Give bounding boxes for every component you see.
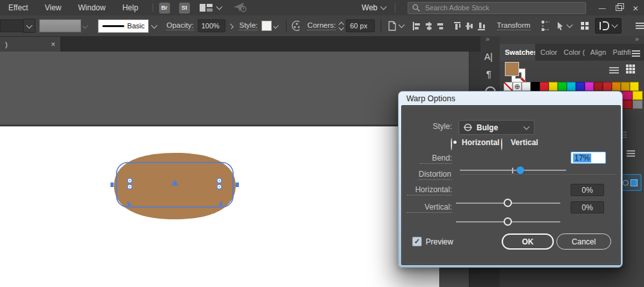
corners-field[interactable]: 60 px [346,19,375,32]
swatch[interactable] [622,100,632,109]
snap-options-button[interactable] [595,18,621,34]
fill-proxy[interactable] [505,62,519,76]
document-tab[interactable]: ) × [0,37,61,52]
recolor-artwork-icon[interactable] [291,20,299,32]
distortion-horizontal-slider[interactable] [456,203,560,204]
graphic-style-chevron[interactable] [273,23,279,29]
stroke-weight-chevron[interactable] [23,19,35,33]
opacity-expand-chevron[interactable] [228,23,234,29]
align-bottom-icon[interactable] [477,21,485,32]
opacity-label[interactable]: Opacity: [166,21,193,30]
tab-align[interactable]: Align [585,44,608,61]
swatch[interactable] [522,82,531,91]
swatch[interactable] [540,82,549,91]
distortion-vertical-field[interactable]: 0% [571,201,604,213]
swatch[interactable] [549,82,558,91]
minimize-button[interactable]: — [594,0,611,15]
arrange-documents-icon[interactable] [199,3,222,12]
swatch[interactable] [632,91,643,100]
swatch[interactable] [585,82,594,91]
distortion-vertical-label[interactable]: Vertical: [407,203,452,213]
width-profile-chevron[interactable] [82,23,88,29]
align-horizontal-center-icon[interactable] [424,21,432,32]
search-input[interactable] [424,3,582,12]
document-tab-close-icon[interactable]: × [51,40,55,49]
close-button[interactable]: × [627,0,644,15]
swatch[interactable] [594,82,603,91]
restore-button[interactable] [611,0,627,15]
preview-checkbox[interactable]: ✓ [412,237,422,246]
vertical-radio[interactable] [501,138,502,150]
swatch-group-folder-icon[interactable] [632,100,643,109]
collapse-panel-icon[interactable]: » [635,35,639,43]
width-profile-select[interactable] [39,19,81,32]
tab-pathfinder[interactable]: Pathfi [607,44,632,61]
vertical-radio-label[interactable]: Vertical [511,138,538,147]
collapse-dock-icon[interactable]: » [486,35,489,43]
control-panel-menu-icon[interactable] [636,21,644,30]
distortion-horizontal-label[interactable]: Horizontal: [407,185,452,195]
swatch[interactable] [621,82,630,91]
distortion-horizontal-handle[interactable] [504,199,512,207]
character-panel-icon[interactable]: A| [484,52,493,62]
tab-color-guide[interactable]: Color ( [558,44,585,61]
swatch-registration[interactable]: ⊕ [513,82,522,91]
swatch[interactable] [576,82,585,91]
share-sync-icon[interactable] [233,2,247,14]
stroke-weight-select[interactable] [0,19,23,32]
swatch[interactable] [531,82,540,91]
list-view-icon[interactable] [609,66,619,75]
swatch[interactable] [603,82,612,91]
bend-slider-handle[interactable] [516,166,524,174]
swatch-options-icon[interactable] [627,149,635,158]
isolate-selection-icon[interactable] [556,21,572,31]
align-top-icon[interactable] [453,21,461,32]
swatch[interactable] [612,82,621,91]
paragraph-panel-icon[interactable]: ¶ [486,68,491,79]
distortion-vertical-handle[interactable] [504,217,512,226]
right-edge-anchor[interactable] [236,183,239,187]
panel-menu-icon[interactable] [632,49,640,61]
menu-effect[interactable]: Effect [0,0,36,15]
cancel-button[interactable]: Cancel [556,233,611,250]
brush-definition[interactable]: Basic [98,19,149,33]
swatch[interactable] [622,91,632,100]
distortion-vertical-slider[interactable] [456,221,560,223]
corners-label[interactable]: Corners: [307,21,336,30]
ok-button[interactable]: OK [502,233,554,250]
swatch[interactable] [558,82,567,91]
swatch[interactable] [567,82,576,91]
horizontal-radio[interactable] [451,138,452,150]
stock-search-box[interactable] [408,2,586,14]
workspace-switcher[interactable]: Web [362,3,386,12]
horizontal-radio-label[interactable]: Horizontal [462,138,500,147]
free-transform-icon[interactable] [541,20,549,32]
bend-value-field[interactable]: 17% [571,152,606,164]
corners-stepper[interactable] [339,20,343,32]
swatch-none[interactable] [504,82,513,91]
opacity-field[interactable]: 100% [198,19,225,32]
transform-label[interactable]: Transform [497,21,531,30]
swatch[interactable] [630,82,639,91]
align-left-icon[interactable] [412,21,420,32]
align-vertical-center-icon[interactable] [464,21,473,32]
preview-label[interactable]: Preview [426,237,453,246]
tab-color[interactable]: Color [535,44,558,61]
stock-icon[interactable]: St [179,3,190,14]
bridge-icon[interactable]: Br [159,3,170,14]
brush-chevron[interactable] [149,19,160,33]
menu-window[interactable]: Window [70,0,114,15]
bend-slider[interactable] [460,170,566,171]
grid-view-icon[interactable] [626,64,635,74]
menu-help[interactable]: Help [114,0,147,15]
warp-style-select[interactable]: Bulge [459,120,535,135]
graphic-style-label[interactable]: Style: [239,21,258,30]
left-edge-anchor[interactable] [111,183,114,187]
tab-swatches[interactable]: Swatches [500,44,535,61]
distortion-horizontal-field[interactable]: 0% [571,184,604,196]
align-right-icon[interactable] [435,21,444,32]
menu-view[interactable]: View [36,0,70,15]
graphic-style-swatch[interactable] [261,21,271,31]
document-setup-icon[interactable] [387,21,404,32]
shape-modes-icon[interactable] [581,22,589,30]
